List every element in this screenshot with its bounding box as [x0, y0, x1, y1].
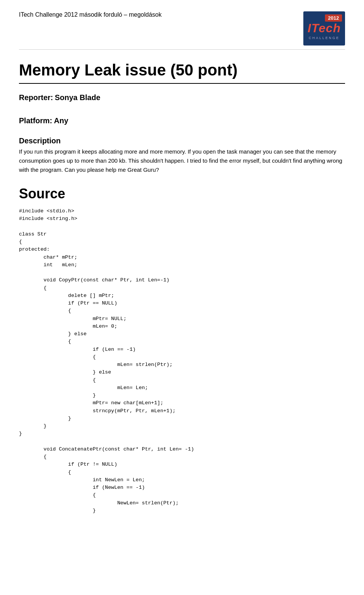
reporter-label: Reporter: — [19, 93, 53, 102]
platform-row: Platform: Any — [19, 111, 345, 131]
logo-name: ITech — [308, 21, 340, 35]
platform-value: Any — [54, 116, 68, 125]
source-heading: Source — [19, 186, 345, 202]
logo-tech: Tech — [311, 21, 341, 35]
logo-container: 2012 ITech CHALLENGE — [303, 11, 345, 46]
description-text: If you run this program it keeps allocat… — [19, 147, 345, 174]
logo-year: 2012 — [325, 14, 342, 22]
reporter-value: Sonya Blade — [55, 93, 100, 102]
description-label: Description — [19, 137, 345, 145]
description-section: Description If you run this program it k… — [19, 137, 345, 174]
page-header: ITech Challenge 2012 második forduló – m… — [19, 11, 345, 50]
document-title: ITech Challenge 2012 második forduló – m… — [19, 11, 162, 18]
platform-label: Platform: — [19, 116, 52, 125]
page-title: Memory Leak issue (50 pont) — [19, 61, 345, 84]
reporter-row: Reporter: Sonya Blade — [19, 88, 345, 108]
source-code: #include <stdio.h> #include <string.h> c… — [19, 207, 345, 515]
platform-section: Platform: Any — [19, 111, 345, 131]
reporter-section: Reporter: Sonya Blade — [19, 88, 345, 108]
header-title-container: ITech Challenge 2012 második forduló – m… — [19, 11, 162, 18]
logo-i: I — [308, 21, 311, 35]
itech-logo: 2012 ITech CHALLENGE — [303, 11, 345, 46]
logo-challenge: CHALLENGE — [309, 36, 340, 40]
